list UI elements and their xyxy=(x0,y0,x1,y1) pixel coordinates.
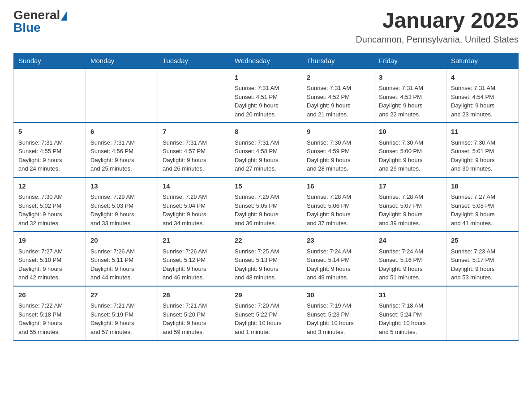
day-number: 21 xyxy=(163,235,225,246)
calendar-cell xyxy=(446,286,519,341)
calendar-week-row: 26Sunrise: 7:22 AM Sunset: 5:18 PM Dayli… xyxy=(14,286,519,341)
calendar-cell: 12Sunrise: 7:30 AM Sunset: 5:02 PM Dayli… xyxy=(14,177,86,232)
day-info: Sunrise: 7:24 AM Sunset: 5:16 PM Dayligh… xyxy=(379,247,442,282)
day-number: 7 xyxy=(163,127,225,137)
day-info: Sunrise: 7:31 AM Sunset: 4:51 PM Dayligh… xyxy=(235,84,297,119)
location-subtitle: Duncannon, Pennsylvania, United States xyxy=(356,34,519,45)
logo: General Blue xyxy=(13,9,67,34)
calendar-cell: 3Sunrise: 7:31 AM Sunset: 4:53 PM Daylig… xyxy=(374,68,446,123)
day-number: 19 xyxy=(18,235,81,246)
calendar-cell: 17Sunrise: 7:28 AM Sunset: 5:07 PM Dayli… xyxy=(374,177,446,232)
day-info: Sunrise: 7:29 AM Sunset: 5:04 PM Dayligh… xyxy=(163,193,225,227)
calendar-cell: 6Sunrise: 7:31 AM Sunset: 4:56 PM Daylig… xyxy=(86,123,158,177)
calendar-cell: 31Sunrise: 7:18 AM Sunset: 5:24 PM Dayli… xyxy=(374,286,446,341)
calendar-cell: 27Sunrise: 7:21 AM Sunset: 5:19 PM Dayli… xyxy=(86,286,158,341)
day-info: Sunrise: 7:25 AM Sunset: 5:13 PM Dayligh… xyxy=(235,247,297,282)
day-info: Sunrise: 7:31 AM Sunset: 4:54 PM Dayligh… xyxy=(451,84,514,119)
day-info: Sunrise: 7:19 AM Sunset: 5:23 PM Dayligh… xyxy=(307,301,369,336)
day-info: Sunrise: 7:31 AM Sunset: 4:55 PM Dayligh… xyxy=(18,138,81,173)
day-number: 20 xyxy=(90,235,153,246)
day-number: 10 xyxy=(379,127,442,137)
day-number: 2 xyxy=(307,73,369,83)
calendar-week-row: 12Sunrise: 7:30 AM Sunset: 5:02 PM Dayli… xyxy=(14,177,519,232)
logo-general-text: General xyxy=(13,9,60,21)
calendar-cell: 16Sunrise: 7:28 AM Sunset: 5:06 PM Dayli… xyxy=(302,177,374,232)
day-number: 5 xyxy=(18,127,81,137)
day-number: 13 xyxy=(90,181,153,192)
calendar-cell: 1Sunrise: 7:31 AM Sunset: 4:51 PM Daylig… xyxy=(230,68,302,123)
day-number: 28 xyxy=(163,290,225,300)
day-info: Sunrise: 7:28 AM Sunset: 5:07 PM Dayligh… xyxy=(379,193,442,227)
calendar-cell: 11Sunrise: 7:30 AM Sunset: 5:01 PM Dayli… xyxy=(446,123,519,177)
day-number: 26 xyxy=(18,290,81,300)
calendar-cell: 9Sunrise: 7:30 AM Sunset: 4:59 PM Daylig… xyxy=(302,123,374,177)
calendar-cell xyxy=(158,68,230,123)
day-info: Sunrise: 7:26 AM Sunset: 5:12 PM Dayligh… xyxy=(163,247,225,282)
day-number: 1 xyxy=(235,73,297,83)
day-info: Sunrise: 7:21 AM Sunset: 5:19 PM Dayligh… xyxy=(90,301,153,336)
month-title: January 2025 xyxy=(356,9,519,33)
day-number: 24 xyxy=(379,235,442,246)
day-number: 16 xyxy=(307,181,369,192)
day-info: Sunrise: 7:27 AM Sunset: 5:10 PM Dayligh… xyxy=(18,247,81,282)
calendar-cell: 25Sunrise: 7:23 AM Sunset: 5:17 PM Dayli… xyxy=(446,231,519,286)
day-info: Sunrise: 7:31 AM Sunset: 4:57 PM Dayligh… xyxy=(163,138,225,173)
day-info: Sunrise: 7:31 AM Sunset: 4:52 PM Dayligh… xyxy=(307,84,369,119)
calendar-cell: 5Sunrise: 7:31 AM Sunset: 4:55 PM Daylig… xyxy=(14,123,86,177)
day-info: Sunrise: 7:30 AM Sunset: 5:01 PM Dayligh… xyxy=(451,138,514,173)
day-number: 6 xyxy=(90,127,153,137)
calendar-header-thursday: Thursday xyxy=(302,53,374,68)
day-number: 17 xyxy=(379,181,442,192)
day-info: Sunrise: 7:31 AM Sunset: 4:56 PM Dayligh… xyxy=(90,138,153,173)
calendar-cell: 13Sunrise: 7:29 AM Sunset: 5:03 PM Dayli… xyxy=(86,177,158,232)
calendar-cell xyxy=(14,68,86,123)
calendar-header-tuesday: Tuesday xyxy=(158,53,230,68)
calendar-cell: 15Sunrise: 7:29 AM Sunset: 5:05 PM Dayli… xyxy=(230,177,302,232)
day-number: 15 xyxy=(235,181,297,192)
calendar-cell: 29Sunrise: 7:20 AM Sunset: 5:22 PM Dayli… xyxy=(230,286,302,341)
day-info: Sunrise: 7:24 AM Sunset: 5:14 PM Dayligh… xyxy=(307,247,369,282)
calendar-week-row: 5Sunrise: 7:31 AM Sunset: 4:55 PM Daylig… xyxy=(14,123,519,177)
calendar-cell: 10Sunrise: 7:30 AM Sunset: 5:00 PM Dayli… xyxy=(374,123,446,177)
day-number: 9 xyxy=(307,127,369,137)
day-number: 30 xyxy=(307,290,369,300)
calendar-cell: 23Sunrise: 7:24 AM Sunset: 5:14 PM Dayli… xyxy=(302,231,374,286)
calendar-week-row: 1Sunrise: 7:31 AM Sunset: 4:51 PM Daylig… xyxy=(14,68,519,123)
day-number: 4 xyxy=(451,73,514,83)
calendar-cell: 18Sunrise: 7:27 AM Sunset: 5:08 PM Dayli… xyxy=(446,177,519,232)
calendar-cell: 20Sunrise: 7:26 AM Sunset: 5:11 PM Dayli… xyxy=(86,231,158,286)
day-info: Sunrise: 7:27 AM Sunset: 5:08 PM Dayligh… xyxy=(451,193,514,227)
calendar-cell: 14Sunrise: 7:29 AM Sunset: 5:04 PM Dayli… xyxy=(158,177,230,232)
day-info: Sunrise: 7:21 AM Sunset: 5:20 PM Dayligh… xyxy=(163,301,225,336)
calendar-header-friday: Friday xyxy=(374,53,446,68)
day-info: Sunrise: 7:22 AM Sunset: 5:18 PM Dayligh… xyxy=(18,301,81,336)
calendar-cell: 24Sunrise: 7:24 AM Sunset: 5:16 PM Dayli… xyxy=(374,231,446,286)
day-number: 3 xyxy=(379,73,442,83)
day-info: Sunrise: 7:28 AM Sunset: 5:06 PM Dayligh… xyxy=(307,193,369,227)
calendar-header-wednesday: Wednesday xyxy=(230,53,302,68)
day-info: Sunrise: 7:26 AM Sunset: 5:11 PM Dayligh… xyxy=(90,247,153,282)
calendar-cell: 26Sunrise: 7:22 AM Sunset: 5:18 PM Dayli… xyxy=(14,286,86,341)
calendar-cell: 2Sunrise: 7:31 AM Sunset: 4:52 PM Daylig… xyxy=(302,68,374,123)
day-number: 23 xyxy=(307,235,369,246)
day-info: Sunrise: 7:20 AM Sunset: 5:22 PM Dayligh… xyxy=(235,301,297,336)
day-info: Sunrise: 7:31 AM Sunset: 4:58 PM Dayligh… xyxy=(235,138,297,173)
calendar-week-row: 19Sunrise: 7:27 AM Sunset: 5:10 PM Dayli… xyxy=(14,231,519,286)
day-number: 11 xyxy=(451,127,514,137)
calendar-cell: 7Sunrise: 7:31 AM Sunset: 4:57 PM Daylig… xyxy=(158,123,230,177)
calendar-cell: 30Sunrise: 7:19 AM Sunset: 5:23 PM Dayli… xyxy=(302,286,374,341)
day-info: Sunrise: 7:30 AM Sunset: 5:00 PM Dayligh… xyxy=(379,138,442,173)
day-info: Sunrise: 7:18 AM Sunset: 5:24 PM Dayligh… xyxy=(379,301,442,336)
calendar-cell xyxy=(86,68,158,123)
day-number: 29 xyxy=(235,290,297,300)
day-number: 31 xyxy=(379,290,442,300)
day-number: 8 xyxy=(235,127,297,137)
calendar-cell: 19Sunrise: 7:27 AM Sunset: 5:10 PM Dayli… xyxy=(14,231,86,286)
day-info: Sunrise: 7:23 AM Sunset: 5:17 PM Dayligh… xyxy=(451,247,514,282)
logo-blue-text: Blue xyxy=(13,21,41,34)
day-number: 18 xyxy=(451,181,514,192)
day-number: 14 xyxy=(163,181,225,192)
day-info: Sunrise: 7:29 AM Sunset: 5:05 PM Dayligh… xyxy=(235,193,297,227)
calendar-cell: 28Sunrise: 7:21 AM Sunset: 5:20 PM Dayli… xyxy=(158,286,230,341)
calendar-cell: 8Sunrise: 7:31 AM Sunset: 4:58 PM Daylig… xyxy=(230,123,302,177)
